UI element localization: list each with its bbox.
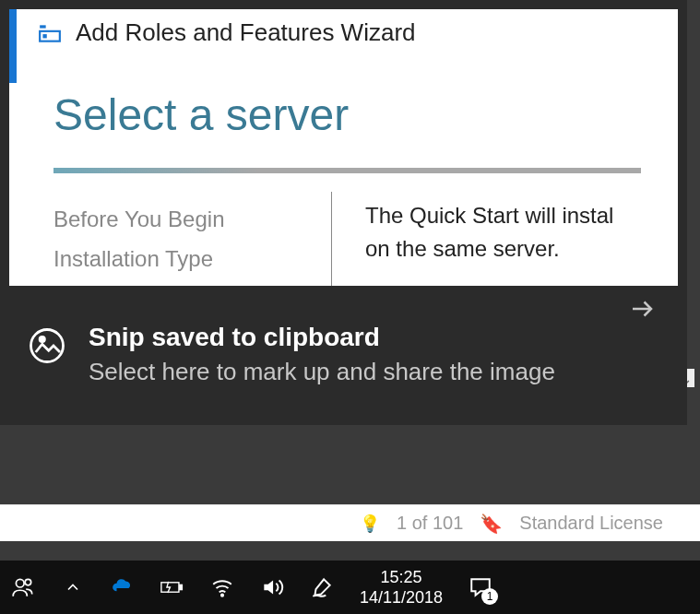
server-manager-icon — [37, 21, 63, 45]
thumbnail-heading: Select a server — [9, 53, 678, 168]
notification-subtitle: Select here to mark up and share the ima… — [89, 356, 568, 388]
pen-icon[interactable] — [310, 575, 334, 599]
thumbnail-body-line: on the same server. — [365, 232, 678, 266]
toast-notification[interactable]: Add Roles and Features Wizard Select a s… — [0, 0, 687, 425]
accent-bar — [9, 9, 17, 83]
thumbnail-columns: Before You Begin Installation Type The Q… — [9, 192, 678, 286]
thumbnail-body-line: The Quick Start will instal — [365, 199, 678, 232]
svg-point-6 — [16, 579, 24, 587]
count-text: 1 of 101 — [397, 513, 463, 534]
taskbar-date: 14/11/2018 — [360, 587, 443, 608]
snip-icon — [28, 326, 66, 365]
battery-icon[interactable] — [160, 575, 184, 599]
arrow-right-icon[interactable] — [628, 295, 656, 323]
license-text: Standard License — [519, 513, 663, 534]
wizard-step: Before You Begin — [53, 199, 331, 239]
thumbnail-window-header: Add Roles and Features Wizard — [9, 9, 678, 53]
svg-point-5 — [40, 337, 44, 341]
svg-point-7 — [25, 579, 30, 585]
background-app-statusbar: 💡 1 of 101 🔖 Standard License — [0, 504, 700, 541]
snip-thumbnail: Add Roles and Features Wizard Select a s… — [9, 9, 678, 286]
svg-rect-9 — [180, 584, 183, 589]
svg-point-4 — [31, 330, 64, 362]
notification-badge: 1 — [481, 588, 498, 605]
action-center-icon[interactable]: 1 — [469, 575, 492, 599]
svg-rect-2 — [42, 34, 46, 38]
thumbnail-window-title: Add Roles and Features Wizard — [76, 18, 416, 47]
notification-title: Snip saved to clipboard — [89, 323, 663, 352]
onedrive-icon[interactable] — [111, 575, 135, 599]
taskbar-clock[interactable]: 15:25 14/11/2018 — [360, 567, 443, 608]
people-icon[interactable] — [11, 575, 35, 599]
tray-overflow-icon[interactable] — [61, 575, 85, 599]
wifi-icon[interactable] — [210, 575, 234, 599]
svg-rect-0 — [40, 25, 46, 28]
taskbar: 15:25 14/11/2018 1 — [0, 561, 700, 614]
volume-icon[interactable] — [260, 575, 284, 599]
thumbnail-divider — [53, 168, 641, 173]
thumbnail-body-column: The Quick Start will instal on the same … — [332, 192, 678, 286]
taskbar-time: 15:25 — [360, 567, 443, 588]
bulb-icon: 💡 — [360, 514, 380, 534]
svg-point-10 — [221, 595, 223, 596]
bookmark-icon: 🔖 — [480, 513, 503, 535]
wizard-step: Installation Type — [53, 239, 331, 278]
thumbnail-steps-column: Before You Begin Installation Type — [9, 192, 332, 286]
notification-body[interactable]: Snip saved to clipboard Select here to m… — [9, 304, 678, 397]
